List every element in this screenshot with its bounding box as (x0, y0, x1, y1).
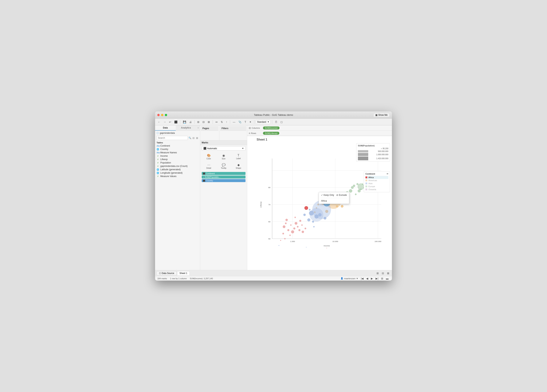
filters-section: Filters (219, 125, 247, 140)
new-sheet-button[interactable]: ⊞ (375, 271, 380, 275)
marks-size-button[interactable]: ◉ Size (217, 152, 231, 161)
rows-label: ≡ Rows (247, 132, 262, 135)
grid-view-icon[interactable]: ⊞ (196, 136, 198, 140)
format-lines-button[interactable]: — (232, 120, 236, 124)
new-dashboard-tab-button[interactable]: ⊟ (381, 271, 385, 275)
grid-view-button[interactable]: ⊞ (380, 277, 384, 281)
print-button[interactable]: 🖨 (188, 120, 193, 124)
sheet1-tab[interactable]: Sheet 1 (177, 271, 190, 275)
marks-type-icon: ⬛ (203, 147, 206, 150)
field-population[interactable]: # Population (155, 161, 200, 164)
swap-button[interactable]: ⇅ (219, 120, 224, 124)
marks-count: 184 marks (157, 277, 167, 280)
search-row: 🔍 ⊟ ⊞ (155, 135, 200, 141)
field-measure-values-label: Measure Values (160, 175, 177, 178)
field-measure-values[interactable]: # Measure Values (155, 175, 200, 178)
field-list: Abc Continent 🌐 Country Abc Measure Name… (155, 144, 200, 178)
marks-pill-population[interactable]: ○ SUM(Populatio... (202, 176, 246, 179)
legend-edit-icon[interactable]: ✏ (387, 173, 388, 175)
new-dashboard-button[interactable]: ⊟ (201, 120, 206, 124)
marks-pill-country[interactable]: ⬛ Country (202, 179, 246, 182)
marks-type-dropdown[interactable]: ⬛ Automatic ▼ (202, 146, 246, 150)
search-input[interactable] (157, 136, 188, 140)
columns-pill[interactable]: SUM(Income) (263, 127, 280, 129)
sort-asc-button[interactable]: ↑ (225, 120, 228, 124)
marks-shape-button[interactable]: ◆ Shape (231, 162, 246, 170)
keep-only-label: ✓ Keep Only (321, 194, 334, 196)
field-measure-names[interactable]: Abc Measure Names (155, 151, 200, 154)
field-longitude[interactable]: 🌐 Longitude (generated) (155, 171, 200, 175)
filmstrip-button[interactable]: ▬ (385, 277, 390, 281)
left-panel: Data Analytics › ⬡ gapminderdata 🔍 ⊟ ⊞ T… (155, 125, 200, 270)
maximize-button[interactable] (165, 114, 167, 116)
marks-pill-continent[interactable]: ⬛ Continent (202, 172, 246, 175)
prev-page-button[interactable]: ◀ (365, 277, 369, 281)
redo-button[interactable]: ⬛ (173, 120, 178, 124)
row-col: 1 row by 1 column (170, 277, 187, 280)
filter-icon[interactable]: ⊟ (192, 136, 195, 140)
format-tooltip-button[interactable]: ✦ (248, 120, 253, 124)
format-annotations-button[interactable]: 📎 (237, 120, 243, 124)
pages-title: Pages (201, 126, 219, 131)
field-latitude[interactable]: 🌐 Latitude (generated) (155, 168, 200, 171)
continent-item-americas[interactable]: Americas (365, 179, 388, 182)
new-worksheet-button[interactable]: ⊞ (196, 120, 201, 124)
svg-point-28 (297, 226, 299, 228)
forward-button[interactable]: → (162, 120, 167, 124)
back-button[interactable]: ← (157, 120, 161, 124)
panel-tabs: Data Analytics › (155, 125, 200, 131)
dropdown-arrow: ▼ (267, 121, 269, 123)
legend-bar-3 (358, 153, 368, 156)
collapse-panel-button[interactable]: › (196, 125, 200, 131)
close-button[interactable] (157, 114, 160, 116)
rows-pill[interactable]: SUM(Lifeexp) (263, 132, 279, 135)
user-icon: 👤 (341, 277, 343, 280)
field-continent[interactable]: Abc Continent (155, 144, 200, 148)
new-story-tab-button[interactable]: ⊠ (386, 271, 390, 275)
marks-dropdown[interactable]: Standard ▼ (256, 120, 271, 124)
field-measure-names-icon: Abc (157, 152, 159, 154)
show-me-button[interactable]: ▦ Show Me (373, 113, 390, 117)
keep-only-button[interactable]: ✓ Keep Only (321, 193, 334, 197)
tab-data[interactable]: Data (155, 125, 176, 131)
minimize-button[interactable] (161, 114, 163, 116)
field-continent-label: Continent (160, 144, 170, 147)
continent-item-asia[interactable]: Asia (365, 182, 388, 185)
field-population-label: Population (160, 162, 171, 164)
svg-point-62 (310, 208, 323, 222)
continent-item-africa[interactable]: Africa (365, 176, 388, 179)
marks-tooltip-button[interactable]: 💬 Tooltip (217, 162, 231, 170)
marks-label-button[interactable]: T Label (231, 152, 246, 161)
svg-point-27 (289, 235, 291, 236)
svg-point-26 (293, 227, 295, 230)
first-page-button[interactable]: |◀ (360, 277, 365, 281)
tooltip-button[interactable]: 🗒 (274, 120, 279, 124)
continent-item-europe[interactable]: Europe (365, 185, 388, 188)
format-text-button[interactable]: T (243, 120, 247, 124)
svg-point-67 (353, 184, 355, 187)
continent-item-oceania[interactable]: Oceania (365, 188, 388, 191)
field-continent-icon: Abc (157, 145, 159, 147)
fit-button[interactable]: ⇔ (214, 120, 219, 124)
field-lifeexp[interactable]: # Lifeexp (155, 158, 200, 161)
user-button[interactable]: 👤 maartenzam ▼ (341, 277, 358, 280)
exclude-button[interactable]: ⊘ Exclude (336, 193, 347, 197)
field-count[interactable]: # gapminderdata.csv (Count) (155, 164, 200, 168)
field-country[interactable]: 🌐 Country (155, 148, 200, 151)
highlight-button[interactable]: ◻ (279, 120, 284, 124)
field-income[interactable]: # Income (155, 154, 200, 158)
next-page-button[interactable]: ▶ (370, 277, 374, 281)
new-story-button[interactable]: ⊠ (207, 120, 211, 124)
tab-analytics[interactable]: Analytics (176, 125, 196, 131)
save-button[interactable]: 💾 (182, 120, 187, 124)
ctx-item-label: Africa (321, 199, 347, 203)
svg-point-57 (309, 209, 311, 210)
field-lifeexp-icon: # (157, 158, 159, 161)
bottom-tabs: ⬡ Data Source Sheet 1 (157, 271, 190, 275)
last-page-button[interactable]: ▶| (375, 277, 380, 281)
marks-color-button[interactable]: 🎨 Color (202, 152, 216, 161)
datasource-name[interactable]: gapminderdata (160, 132, 175, 134)
undo-button[interactable]: ↩ (168, 120, 172, 124)
marks-detail-button[interactable]: ⋯ Detail (202, 162, 216, 170)
data-source-tab[interactable]: ⬡ Data Source (157, 271, 177, 275)
